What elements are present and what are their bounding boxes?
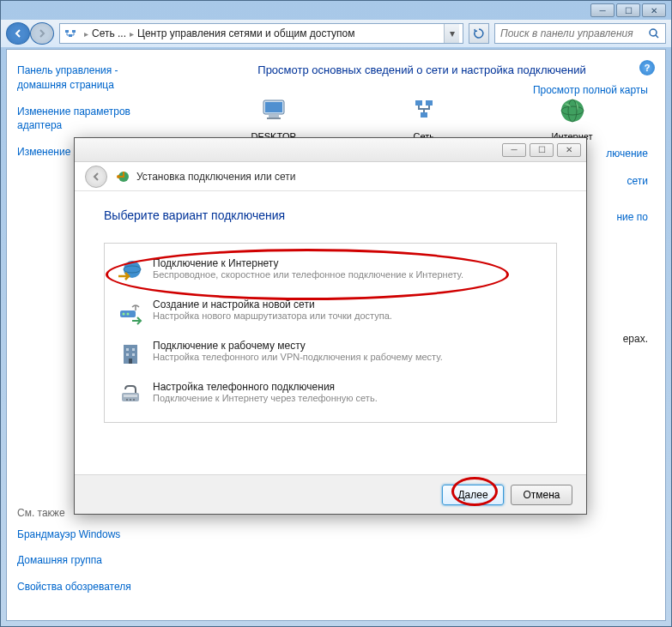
wizard-back-button[interactable]	[85, 166, 107, 188]
main-heading: Просмотр основных сведений о сети и наст…	[196, 63, 648, 76]
maximize-button[interactable]: ☐	[616, 3, 640, 17]
nav-forward-button[interactable]	[30, 22, 54, 45]
setup-connection-wizard: ─ ☐ ✕ Установка подключения или сети Выб…	[74, 137, 587, 515]
svg-point-11	[561, 99, 584, 122]
svg-point-3	[650, 29, 657, 36]
svg-rect-6	[269, 114, 279, 118]
svg-rect-0	[65, 30, 69, 33]
window-titlebar: ─ ☐ ✕	[1, 1, 671, 20]
svg-point-31	[133, 399, 135, 401]
svg-rect-26	[129, 359, 132, 364]
search-input[interactable]	[500, 27, 648, 39]
option-dialup[interactable]: Настройка телефонного подключения Подклю…	[108, 374, 553, 415]
node-network[interactable]: Сеть	[407, 93, 441, 142]
svg-rect-28	[124, 395, 137, 397]
wizard-maximize-button[interactable]: ☐	[530, 143, 554, 157]
network-map: DESKTOP Сеть Интернет	[196, 93, 648, 142]
wizard-icon	[116, 169, 131, 184]
option-title: Подключение к рабочему месту	[153, 340, 443, 352]
router-setup-icon	[117, 298, 144, 326]
option-title: Подключение к Интернету	[153, 257, 463, 269]
chevron-right-icon: ▸	[130, 29, 134, 39]
minimize-button[interactable]: ─	[590, 3, 614, 17]
wizard-minimize-button[interactable]: ─	[502, 143, 526, 157]
chevron-right-icon: ▸	[84, 29, 88, 39]
internet-icon	[555, 93, 590, 128]
option-title: Создание и настройка новой сети	[153, 298, 392, 310]
building-icon	[117, 340, 144, 367]
wizard-heading: Выберите вариант подключения	[104, 208, 557, 222]
node-desktop[interactable]: DESKTOP	[251, 93, 295, 142]
svg-point-20	[127, 313, 130, 316]
svg-rect-24	[126, 353, 129, 356]
svg-rect-7	[267, 118, 281, 119]
sidebar-link-internet-options[interactable]: Свойства обозревателя	[17, 580, 131, 594]
svg-point-19	[123, 313, 125, 316]
next-button[interactable]: Далее	[442, 485, 504, 505]
svg-point-30	[130, 399, 131, 401]
option-desc: Настройка нового маршрутизатора или точк…	[153, 310, 392, 321]
svg-rect-23	[132, 348, 135, 351]
phone-modem-icon	[117, 381, 144, 408]
option-title: Настройка телефонного подключения	[153, 381, 378, 393]
wizard-titlebar: ─ ☐ ✕	[75, 138, 586, 162]
connection-options-list: Подключение к Интернету Беспроводное, ск…	[104, 243, 557, 423]
refresh-button[interactable]	[469, 23, 489, 44]
option-desc: Подключение к Интернету через телефонную…	[153, 393, 378, 403]
globe-arrow-icon	[117, 257, 144, 285]
breadcrumb-network[interactable]: Сеть ...	[92, 27, 126, 39]
option-desc: Беспроводное, скоростное или телефонное …	[153, 269, 463, 280]
svg-rect-9	[426, 100, 433, 106]
option-desc: Настройка телефонного или VPN-подключени…	[153, 352, 443, 362]
search-box[interactable]	[494, 23, 666, 44]
breadcrumb-dropdown-button[interactable]: ▾	[444, 24, 459, 43]
option-workplace[interactable]: Подключение к рабочему месту Настройка т…	[108, 333, 553, 374]
svg-rect-5	[265, 102, 282, 112]
option-new-network[interactable]: Создание и настройка новой сети Настройк…	[108, 292, 553, 333]
wizard-title: Установка подключения или сети	[136, 171, 295, 183]
close-button[interactable]: ✕	[642, 3, 666, 17]
nav-back-button[interactable]	[6, 22, 30, 45]
svg-rect-22	[126, 348, 129, 351]
sidebar-link-homegroup[interactable]: Домашняя группа	[17, 553, 131, 568]
svg-rect-8	[415, 100, 422, 106]
desktop-icon	[257, 93, 291, 128]
wizard-close-button[interactable]: ✕	[557, 143, 581, 157]
sidebar-link-adapter[interactable]: Изменение параметров адаптера	[17, 105, 168, 134]
svg-point-29	[126, 399, 128, 401]
sidebar-link-home[interactable]: Панель управления - домашняя страница	[17, 63, 168, 93]
network-center-icon	[64, 27, 77, 40]
cancel-button[interactable]: Отмена	[511, 485, 572, 505]
svg-point-15	[117, 175, 120, 178]
address-bar: ▸ Сеть ... ▸ Центр управления сетями и о…	[1, 20, 671, 47]
svg-rect-25	[132, 353, 135, 356]
svg-rect-10	[421, 112, 427, 118]
wizard-footer: Далее Отмена	[75, 474, 586, 514]
svg-rect-1	[72, 30, 76, 33]
wizard-header: Установка подключения или сети	[75, 162, 586, 191]
network-icon	[407, 93, 441, 128]
node-internet[interactable]: Интернет	[552, 93, 593, 142]
breadcrumb[interactable]: ▸ Сеть ... ▸ Центр управления сетями и о…	[59, 23, 463, 44]
option-connect-internet[interactable]: Подключение к Интернету Беспроводное, ск…	[108, 250, 553, 292]
help-icon[interactable]: ?	[639, 60, 655, 75]
sidebar-link-firewall[interactable]: Брандмауэр Windows	[17, 528, 131, 542]
wizard-body: Выберите вариант подключения Подключение…	[75, 191, 586, 474]
search-icon	[648, 27, 660, 39]
breadcrumb-current[interactable]: Центр управления сетями и общим доступом	[137, 27, 355, 39]
